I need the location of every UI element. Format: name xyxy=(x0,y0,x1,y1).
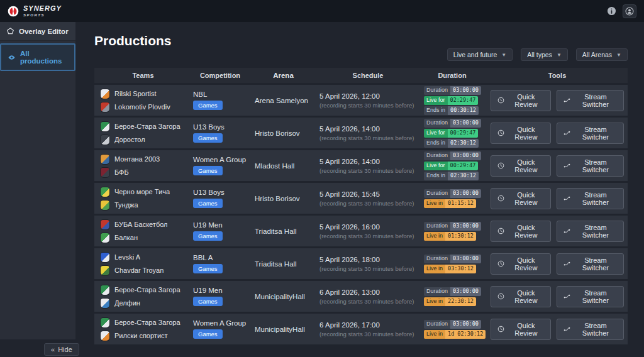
column-header-schedule: Schedule xyxy=(316,72,420,79)
competition-cell: U13 Boys Games xyxy=(189,183,251,214)
tools-cell: Quick Review Stream Switcher xyxy=(484,248,628,279)
quick-review-button[interactable]: Quick Review xyxy=(491,123,551,144)
sidebar-item-all-productions[interactable]: All productions xyxy=(0,43,75,71)
schedule-cell: 5 April 2026, 14:00 (recording starts 30… xyxy=(316,118,420,148)
schedule-cell: 6 April 2026, 13:00 (recording starts 30… xyxy=(316,281,420,312)
filter-label: All Arenas xyxy=(582,51,612,58)
quick-review-button[interactable]: Quick Review xyxy=(491,253,551,275)
duration-cell: Duration03:00:00Live for00:29:47Ends in0… xyxy=(420,150,484,181)
competition-cell: NBL Games xyxy=(189,85,251,116)
column-header-arena: Arena xyxy=(251,72,316,79)
team-name: Берое-Стара Загора xyxy=(114,287,180,294)
filter-live-and-future[interactable]: Live and future ▼ xyxy=(447,48,513,61)
competition-cell: Women A Group Games xyxy=(189,150,251,181)
quick-review-button[interactable]: Quick Review xyxy=(491,155,551,177)
team-name: Chavdar Troyan xyxy=(114,267,164,274)
sidebar-item-overlay-editor[interactable]: Overlay Editor xyxy=(0,22,75,41)
quick-review-label: Quick Review xyxy=(508,256,544,272)
competition-type-badge: Games xyxy=(193,166,223,175)
arena-cell: MunicipalityHall xyxy=(251,314,316,344)
synergy-logo-icon xyxy=(8,6,19,17)
team-name: Балкан xyxy=(114,234,138,241)
competition-type-badge: Games xyxy=(193,297,223,306)
stream-switcher-button[interactable]: Stream Switcher xyxy=(557,286,624,307)
schedule-cell: 5 April 2026, 12:00 (recording starts 30… xyxy=(316,85,420,116)
team-home: Черно море Тича xyxy=(101,187,186,197)
recording-note: (recording starts 30 minutes before) xyxy=(319,200,416,207)
teams-cell: Берое-Стара Загора Делфин xyxy=(94,281,189,312)
team-logo-icon xyxy=(101,155,109,164)
competition-type-badge: Games xyxy=(193,199,223,208)
competition-type-badge: Games xyxy=(193,329,223,339)
hide-sidebar-button[interactable]: « Hide xyxy=(44,343,79,356)
quick-review-button[interactable]: Quick Review xyxy=(491,188,551,209)
table-row: Берое-Стара Загора Делфин U19 Men Games … xyxy=(94,281,628,312)
team-name: Черно море Тича xyxy=(114,189,170,195)
competition-name: Women A Group xyxy=(193,156,247,163)
duration-badge: Live in1d 02:30:12 xyxy=(424,330,486,339)
quick-review-button[interactable]: Quick Review xyxy=(491,319,551,340)
stream-switcher-button[interactable]: Stream Switcher xyxy=(557,319,624,340)
team-logo-icon xyxy=(101,220,109,229)
stream-switcher-button[interactable]: Stream Switcher xyxy=(557,90,624,111)
team-home: БУБА Баскетбол xyxy=(101,220,186,229)
duration-badge: Live in01:30:12 xyxy=(424,232,476,241)
team-name: Доростол xyxy=(114,136,145,143)
filter-all-arenas[interactable]: All Arenas ▼ xyxy=(576,48,628,61)
duration-badge: Live in01:15:12 xyxy=(424,199,476,208)
competition-cell: U13 Boys Games xyxy=(189,118,251,148)
duration-badge: Ends in02:30:12 xyxy=(424,172,479,180)
team-away: Тунджа xyxy=(101,200,186,210)
duration-cell: Duration03:00:00Live for00:29:47Ends in0… xyxy=(420,118,484,148)
stream-switcher-button[interactable]: Stream Switcher xyxy=(557,221,624,242)
quick-review-label: Quick Review xyxy=(508,93,544,108)
info-icon[interactable] xyxy=(607,6,616,16)
teams-cell: Монтана 2003 БФБ xyxy=(94,150,189,181)
stream-switcher-button[interactable]: Stream Switcher xyxy=(557,123,624,144)
team-name: Levski A xyxy=(114,254,140,261)
main-content: Productions Live and future ▼ All types … xyxy=(75,22,644,357)
quick-review-label: Quick Review xyxy=(508,191,544,206)
filter-label: Live and future xyxy=(453,51,497,58)
team-name: Рилски спортист xyxy=(114,332,168,339)
stream-switcher-icon xyxy=(564,129,570,137)
user-icon xyxy=(625,7,634,16)
recording-note: (recording starts 30 minutes before) xyxy=(319,135,416,141)
schedule-datetime: 5 April 2026, 18:00 xyxy=(319,256,416,263)
recording-note: (recording starts 30 minutes before) xyxy=(319,102,416,109)
arena-cell: MunicipalityHall xyxy=(251,281,316,312)
team-logo-icon xyxy=(101,318,109,327)
quick-review-button[interactable]: Quick Review xyxy=(491,221,551,242)
team-home: Монтана 2003 xyxy=(101,155,186,164)
stream-switcher-button[interactable]: Stream Switcher xyxy=(557,188,624,209)
recording-note: (recording starts 30 minutes before) xyxy=(319,331,416,338)
duration-badge: Duration03:00:00 xyxy=(424,86,481,95)
quick-review-button[interactable]: Quick Review xyxy=(491,286,551,307)
stream-switcher-icon xyxy=(564,227,570,235)
hide-label: Hide xyxy=(58,346,72,353)
team-name: Делфин xyxy=(114,300,140,307)
team-name: БУБА Баскетбол xyxy=(114,221,167,228)
tools-cell: Quick Review Stream Switcher xyxy=(484,183,628,214)
brand: SYNERGY SPORTS xyxy=(8,5,62,17)
team-logo-icon xyxy=(101,135,109,145)
duration-badge: Duration03:00:00 xyxy=(424,320,481,329)
quick-review-label: Quick Review xyxy=(508,224,544,239)
filter-all-types[interactable]: All types ▼ xyxy=(521,48,568,61)
team-name: Rilski Sportist xyxy=(114,91,157,97)
competition-type-badge: Games xyxy=(193,264,223,273)
tools-cell: Quick Review Stream Switcher xyxy=(484,216,628,246)
table-row: Берое-Стара Загора Рилски спортист Women… xyxy=(94,314,628,344)
stream-switcher-label: Stream Switcher xyxy=(574,224,617,239)
schedule-cell: 6 April 2026, 17:00 (recording starts 30… xyxy=(316,314,420,344)
quick-review-button[interactable]: Quick Review xyxy=(491,90,551,111)
competition-cell: U19 Men Games xyxy=(189,216,251,246)
clock-icon xyxy=(497,162,504,170)
team-logo-icon xyxy=(101,200,109,210)
stream-switcher-button[interactable]: Stream Switcher xyxy=(557,155,624,177)
team-logo-icon xyxy=(101,168,109,177)
team-logo-icon xyxy=(101,89,109,99)
stream-switcher-button[interactable]: Stream Switcher xyxy=(557,253,624,275)
user-menu-button[interactable] xyxy=(623,4,636,18)
stream-switcher-label: Stream Switcher xyxy=(574,322,617,337)
